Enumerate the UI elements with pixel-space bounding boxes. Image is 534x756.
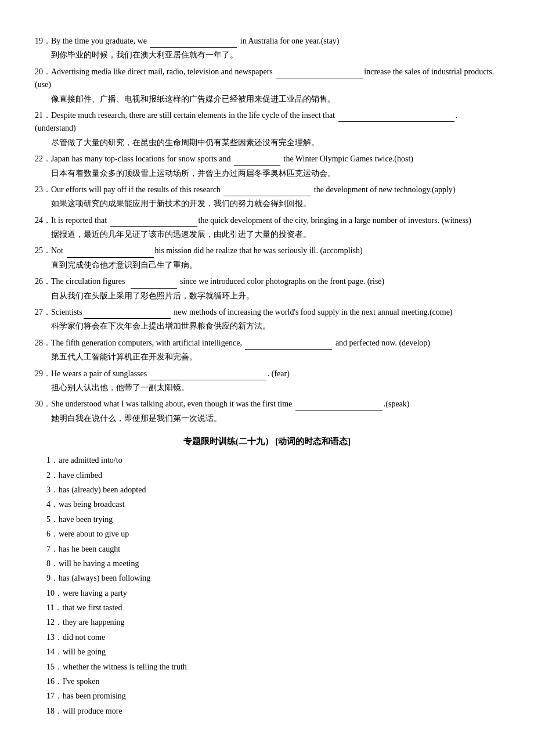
q26-text: 26．The circulation figures since we intr… <box>35 275 499 288</box>
question-22: 22．Japan has many top-class locations fo… <box>35 153 499 180</box>
answer-item: 1．are admitted into/to <box>46 454 499 467</box>
q20-chinese: 像直接邮件、广播、电视和报纸这样的广告媒介已经被用来促进工业品的销售。 <box>51 93 499 106</box>
question-23: 23．Our efforts will pay off if the resul… <box>35 183 499 211</box>
q24-chinese: 据报道，最近的几年见证了该市的迅速发展，由此引进了大量的投资者。 <box>51 228 499 241</box>
answer-item: 8．will be having a meeting <box>46 557 499 570</box>
q20-blank <box>276 78 363 78</box>
answer-item: 18．will produce more <box>46 705 499 718</box>
q24-text: 24．It is reported that the quick develop… <box>35 214 499 227</box>
q19-text: 19．By the time you graduate, we in Austr… <box>35 35 499 48</box>
answer-item: 11．that we first tasted <box>46 602 499 614</box>
q23-chinese: 如果这项研究的成果能应用于新技术的开发，我们的努力就会得到回报。 <box>51 197 499 210</box>
q27-text: 27．Scientists new methods of increasing … <box>35 306 499 319</box>
question-29: 29．He wears a pair of sunglasses . (fear… <box>35 368 499 395</box>
question-28: 28．The fifth generation computers, with … <box>35 337 499 364</box>
question-25: 25．Not his mission did he realize that h… <box>35 244 499 272</box>
answer-item: 4．was being broadcast <box>46 498 499 511</box>
question-26: 26．The circulation figures since we intr… <box>35 275 499 303</box>
q26-blank <box>131 288 177 289</box>
section-title: 专题限时训练(二十九） [动词的时态和语态] <box>35 434 499 448</box>
q30-blank <box>295 411 383 411</box>
q23-text: 23．Our efforts will pay off if the resul… <box>35 183 499 196</box>
answer-item: 5．have been trying <box>46 513 499 526</box>
answer-item: 12．they are happening <box>46 616 499 629</box>
answer-item: 9．has (always) been following <box>46 572 499 585</box>
main-content: 19．By the time you graduate, we in Austr… <box>35 35 499 718</box>
q22-chinese: 日本有着数量众多的顶级雪上运动场所，并曾主办过两届冬季奥林匹克运动会。 <box>51 167 499 180</box>
q25-text: 25．Not his mission did he realize that h… <box>35 244 499 257</box>
answer-item: 10．were having a party <box>46 587 499 600</box>
answer-item: 13．did not come <box>46 631 499 644</box>
q24-blank <box>110 226 197 227</box>
q23-blank <box>223 196 311 196</box>
answer-item: 2．have climbed <box>46 469 499 482</box>
answer-item: 14．will be going <box>46 646 499 658</box>
answer-item: 16．I've spoken <box>46 675 499 688</box>
question-30: 30．She understood what I was talking abo… <box>35 398 499 425</box>
answer-list: 1．are admitted into/to2．have climbed3．ha… <box>46 454 499 718</box>
q28-chinese: 第五代人工智能计算机正在开发和完善。 <box>51 351 499 363</box>
question-21: 21．Despite much research, there are stil… <box>35 109 499 149</box>
answer-item: 17．has been promising <box>46 690 499 703</box>
q27-blank <box>84 318 171 319</box>
q25-blank <box>67 257 154 258</box>
q19-blank <box>150 47 237 48</box>
q26-chinese: 自从我们在头版上采用了彩色照片后，数字就循环上升。 <box>51 290 499 303</box>
q22-text: 22．Japan has many top-class locations fo… <box>35 153 499 165</box>
q22-blank <box>234 165 280 166</box>
answer-item: 7．has he been caught <box>46 543 499 556</box>
q21-text: 21．Despite much research, there are stil… <box>35 109 499 135</box>
q29-blank <box>150 380 266 380</box>
q19-chinese: 到你毕业的时候，我们在澳大利亚居住就有一年了。 <box>51 49 499 62</box>
answer-item: 3．has (already) been adopted <box>46 484 499 496</box>
question-20: 20．Advertising media like direct mail, r… <box>35 66 499 106</box>
question-27: 27．Scientists new methods of increasing … <box>35 306 499 333</box>
q28-text: 28．The fifth generation computers, with … <box>35 337 499 350</box>
q29-chinese: 担心别人认出他，他带了一副太阳镜。 <box>51 381 499 394</box>
q28-blank <box>245 349 332 350</box>
question-24: 24．It is reported that the quick develop… <box>35 214 499 242</box>
q30-chinese: 她明白我在说什么，即使那是我们第一次说话。 <box>51 412 499 425</box>
answer-item: 6．were about to give up <box>46 528 499 541</box>
q27-chinese: 科学家们将会在下次年会上提出增加世界粮食供应的新方法。 <box>51 320 499 333</box>
q30-text: 30．She understood what I was talking abo… <box>35 398 499 411</box>
q21-chinese: 尽管做了大量的研究，在昆虫的生命周期中仍有某些因素还没有完全理解。 <box>51 136 499 149</box>
q25-chinese: 直到完成使命他才意识到自己生了重病。 <box>51 259 499 272</box>
q20-text: 20．Advertising media like direct mail, r… <box>35 66 499 92</box>
question-19: 19．By the time you graduate, we in Austr… <box>35 35 499 62</box>
q29-text: 29．He wears a pair of sunglasses . (fear… <box>35 368 499 380</box>
q21-blank <box>338 121 454 122</box>
answer-item: 15．whether the witness is telling the tr… <box>46 661 499 674</box>
